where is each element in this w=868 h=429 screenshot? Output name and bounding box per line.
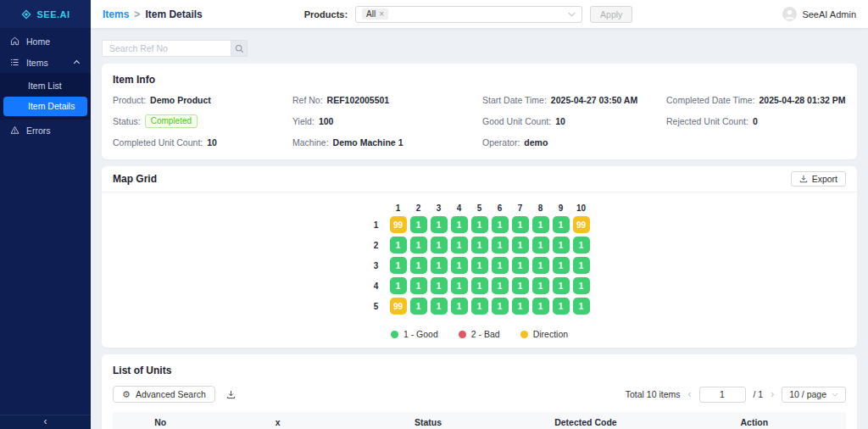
tag-label: All [366,9,376,19]
field-value: 2025-04-28 01:32 PM [759,95,845,105]
search-icon [235,44,244,53]
map-grid-col-header: 3 [431,203,448,213]
field-value: 100 [319,116,334,126]
main-area: Items > Item Details Products: All × App… [91,0,868,429]
sidebar-item-label: Item List [28,81,62,91]
field-value: Demo Product [150,95,211,105]
map-grid-col-header: 4 [451,203,468,213]
map-grid-cell: 1 [532,257,549,274]
download-icon [799,175,808,183]
map-grid-cell: 1 [492,298,509,315]
map-grid-title: Map Grid [113,173,157,185]
export-button[interactable]: Export [791,171,846,187]
map-grid-cell: 1 [492,237,509,254]
field-label: Good Unit Count: [482,116,551,126]
page-size-select[interactable]: 10 / page [782,387,846,403]
sidebar-item-errors[interactable]: Errors [0,120,91,141]
breadcrumb-separator: > [134,8,140,20]
prev-page-button[interactable]: ‹ [688,388,692,400]
field-value: REF102005501 [327,95,390,105]
field-label: Rejected Unit Count: [666,116,748,126]
user-menu[interactable]: SeeAI Admin [782,7,856,21]
products-selected-tag: All × [362,8,388,20]
map-grid-cell: 1 [451,277,468,294]
map-grid-card: Map Grid Export 123456789101991111111199… [102,166,857,348]
chevron-left-icon: ‹ [44,415,47,427]
advanced-search-button[interactable]: ⚙ Advanced Search [113,386,215,403]
map-grid-cell: 1 [471,257,488,274]
map-grid-col-header: 6 [492,203,509,213]
map-grid-legend: 1 - Good 2 - Bad Direction [102,329,857,339]
units-table: No x Status Detected Code Action 1 401 [113,412,846,429]
map-grid-cell: 1 [451,257,468,274]
map-grid-cell: 1 [512,237,529,254]
col-header-no: No [113,412,208,429]
field-value: Demo Machine 1 [333,137,403,148]
map-grid-row: 41111111111 [370,277,590,294]
sidebar-nav: Home Items Item List [0,31,91,141]
map-grid-cell: 1 [512,298,529,315]
sidebar-item-label: Items [26,58,48,68]
map-grid-header: Map Grid Export [102,166,857,192]
chevron-up-icon [73,58,81,66]
field-completed-unit-count: Completed Unit Count: 10 [113,137,292,148]
map-grid-cell: 1 [410,257,427,274]
sidebar: SEE.AI Home Items [0,0,91,429]
map-grid-row-label: 2 [370,241,383,250]
map-grid-cell: 1 [512,257,529,274]
field-yield: Yield: 100 [292,114,482,128]
chevron-down-icon [832,393,838,397]
map-grid-cell: 1 [492,257,509,274]
products-select[interactable]: All × [355,6,582,23]
next-page-button[interactable]: › [771,388,774,400]
field-value: 2025-04-27 03:50 AM [551,95,637,105]
field-label: Yield: [292,116,314,126]
sidebar-item-item-details[interactable]: Item Details [3,97,87,116]
sidebar-item-item-list[interactable]: Item List [3,76,87,96]
top-header: Items > Item Details Products: All × App… [91,0,868,28]
bad-dot-icon [459,331,466,338]
field-value: 0 [753,116,758,126]
map-grid-cell: 1 [553,298,570,315]
tag-close-icon[interactable]: × [379,9,384,19]
map-grid-cell: 1 [573,257,590,274]
field-rejected-unit-count: Rejected Unit Count: 0 [666,114,846,128]
map-grid-row: 599111111111 [370,298,590,315]
app-window: SEE.AI Home Items [0,0,868,429]
item-info-grid: Product: Demo Product Ref No: REF1020055… [113,95,846,148]
map-grid-cell: 1 [410,277,427,294]
sidebar-item-home[interactable]: Home [0,31,91,52]
map-grid: 1234567891019911111111992111111111131111… [102,203,857,318]
page-number-input[interactable] [699,387,746,403]
breadcrumb-items-link[interactable]: Items [103,8,129,20]
products-label: Products: [304,9,348,20]
map-grid-cell: 1 [553,257,570,274]
map-grid-row-label: 1 [370,220,383,230]
sidebar-item-label: Home [26,36,50,47]
download-units-button[interactable] [226,390,236,399]
apply-button[interactable]: Apply [590,6,632,23]
map-grid-cell: 1 [471,298,488,315]
map-grid-cell: 1 [492,277,509,294]
field-completed-date: Completed Date Time: 2025-04-28 01:32 PM [666,95,846,105]
map-grid-cell: 1 [532,277,549,294]
sidebar-submenu-items: Item List Item Details [0,73,91,120]
map-grid-col-header: 1 [390,203,407,213]
item-info-title: Item Info [113,74,846,86]
search-input[interactable] [102,40,231,57]
page-total-text: / 1 [754,389,764,399]
field-product: Product: Demo Product [113,95,292,105]
map-grid-cell: 1 [431,237,448,254]
map-grid-cell: 1 [553,277,570,294]
map-grid-cell: 1 [553,216,570,233]
list-of-units-card: List of Units ⚙ Advanced Search [102,354,857,429]
field-label: Status: [113,116,141,126]
sidebar-item-items[interactable]: Items [0,52,91,73]
search-button[interactable] [231,40,248,57]
col-header-action: Action [663,412,846,429]
sidebar-collapse-button[interactable]: ‹ [0,415,91,429]
map-grid-cell: 1 [532,237,549,254]
field-label: Completed Date Time: [666,95,754,105]
chevron-down-icon [568,12,576,17]
legend-label: Direction [533,329,568,339]
